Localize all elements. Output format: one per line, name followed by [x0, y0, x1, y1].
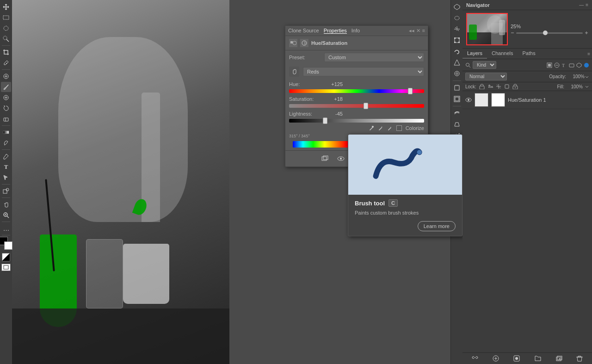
marquee-ellipse-btn[interactable]: [452, 13, 462, 23]
saturation-slider[interactable]: [289, 104, 424, 108]
prop-visibility-btn[interactable]: [336, 154, 346, 164]
delete-layer-btn[interactable]: [576, 355, 583, 362]
content-aware-btn[interactable]: [452, 108, 462, 118]
eraser-tool-btn[interactable]: [1, 114, 11, 124]
info-tab[interactable]: Info: [352, 28, 360, 34]
healing-tool-btn[interactable]: [1, 71, 11, 81]
blur-btn[interactable]: [452, 68, 462, 79]
filter-adjustment-icon[interactable]: [554, 62, 560, 68]
clone-source-tab[interactable]: Clone Source: [288, 28, 319, 34]
preset-row: Preset: Custom: [285, 50, 428, 64]
quick-select-tool-btn[interactable]: [1, 34, 11, 44]
prop-layer-btn[interactable]: [320, 154, 330, 164]
frame-btn[interactable]: [452, 94, 462, 104]
move-tool-btn[interactable]: [1, 2, 11, 12]
learn-more-btn[interactable]: Learn more: [418, 221, 456, 231]
lasso-tool-btn[interactable]: [1, 23, 11, 33]
eyedropper-btn[interactable]: [369, 125, 374, 131]
brush-tool-btn[interactable]: [1, 82, 11, 92]
3d-transform-btn[interactable]: [452, 2, 462, 12]
filter-smartobj-icon[interactable]: [576, 62, 582, 68]
layer-item[interactable]: Hue/Saturation 1: [462, 91, 592, 109]
layers-tab-layers[interactable]: Layers: [462, 49, 487, 59]
layers-panel-menu[interactable]: ≡: [587, 51, 590, 56]
panel-close-btn[interactable]: ✕: [416, 28, 420, 34]
lightness-slider[interactable]: [289, 119, 424, 123]
pen-tool-btn[interactable]: [1, 151, 11, 161]
new-group-btn[interactable]: [534, 355, 542, 362]
layer-visibility-icon[interactable]: [465, 97, 472, 103]
hand-tool-btn[interactable]: [1, 199, 11, 210]
filter-type-icon[interactable]: T: [561, 62, 567, 68]
hue-slider[interactable]: [289, 89, 424, 93]
hue-slider-container[interactable]: [289, 89, 424, 93]
eyedropper-minus-btn[interactable]: -: [387, 125, 393, 131]
properties-tab[interactable]: Properties: [324, 28, 347, 34]
filter-shape-icon[interactable]: [569, 62, 574, 68]
blend-mode-select[interactable]: Normal: [465, 73, 507, 80]
channel-select[interactable]: Reds: [303, 67, 424, 76]
add-mask-btn[interactable]: [513, 355, 520, 362]
transform-btn[interactable]: [452, 35, 462, 45]
navigator-collapse-btn[interactable]: —: [579, 2, 584, 7]
preset-select[interactable]: Custom: [324, 53, 424, 62]
crop-tool-btn[interactable]: [1, 47, 11, 57]
lock-position-icon[interactable]: [496, 84, 501, 89]
eyedropper-plus-btn[interactable]: +: [378, 125, 383, 131]
new-layer-btn[interactable]: [555, 355, 562, 362]
zoom-slider-track[interactable]: [516, 32, 583, 34]
saturation-row: Saturation: +18: [285, 94, 428, 104]
add-style-btn[interactable]: [492, 355, 500, 362]
layers-tab-channels[interactable]: Channels: [487, 49, 518, 59]
gradient-tool-btn[interactable]: [1, 127, 11, 137]
lock-all-icon[interactable]: [512, 84, 518, 89]
navigator-header-icons: — ≡: [579, 2, 588, 7]
saturation-slider-thumb[interactable]: [364, 103, 368, 109]
filter-on-icon[interactable]: [584, 62, 589, 68]
svg-point-49: [340, 158, 342, 160]
lock-transparent-icon[interactable]: [479, 84, 485, 89]
type-tool-btn[interactable]: T: [1, 162, 11, 172]
artboard-btn[interactable]: [452, 83, 462, 93]
quick-mask-btn[interactable]: [2, 253, 10, 261]
lightness-slider-container[interactable]: [289, 119, 424, 123]
layer-link-btn[interactable]: [471, 355, 479, 362]
history-brush-btn[interactable]: [1, 103, 11, 113]
perspective-warp-btn[interactable]: [452, 119, 462, 130]
dodge-tool-btn[interactable]: [1, 138, 11, 148]
more-tools-btn[interactable]: …: [1, 223, 11, 234]
colorize-checkbox[interactable]: [396, 125, 402, 131]
lightness-slider-thumb[interactable]: [323, 117, 327, 124]
panel-menu-btn[interactable]: ≡: [422, 28, 425, 34]
layer-name: Hue/Saturation 1: [508, 97, 546, 103]
hand-icon-btn[interactable]: [289, 67, 299, 77]
navigator-menu-btn[interactable]: ≡: [586, 2, 588, 7]
saturation-slider-container[interactable]: [289, 104, 424, 108]
brush-tool-title-row: Brush tool C: [355, 199, 456, 207]
smudge-btn[interactable]: [452, 46, 462, 56]
background-color[interactable]: [4, 241, 12, 250]
eyedropper-tool-btn[interactable]: [1, 58, 11, 68]
hue-slider-thumb[interactable]: [408, 88, 413, 94]
magic-wand-btn[interactable]: [452, 24, 462, 34]
marquee-tool-btn[interactable]: [1, 12, 11, 23]
lock-artboard-icon[interactable]: [504, 84, 510, 89]
lock-image-icon[interactable]: [487, 84, 493, 89]
screen-mode-btn[interactable]: [1, 264, 11, 271]
zoom-slider-thumb[interactable]: [543, 31, 548, 35]
shape-tool-btn[interactable]: [1, 186, 11, 196]
nav-thumb-image: [467, 14, 507, 44]
kind-filter-select[interactable]: Kind: [473, 61, 496, 69]
layers-tab-paths[interactable]: Paths: [518, 49, 540, 59]
panel-minimize-btn[interactable]: ◂◂: [409, 28, 414, 34]
preset-label: Preset:: [289, 55, 321, 60]
color-swatches[interactable]: [0, 237, 12, 250]
sharpen-btn[interactable]: [452, 57, 462, 68]
clone-tool-btn[interactable]: [1, 93, 11, 103]
svg-rect-10: [3, 131, 9, 134]
zoom-tool-btn[interactable]: [1, 210, 11, 220]
path-select-tool-btn[interactable]: [1, 173, 11, 183]
svg-point-41: [293, 41, 296, 45]
filter-pixel-icon[interactable]: [547, 62, 552, 68]
navigator-panel: Navigator — ≡: [462, 0, 592, 49]
